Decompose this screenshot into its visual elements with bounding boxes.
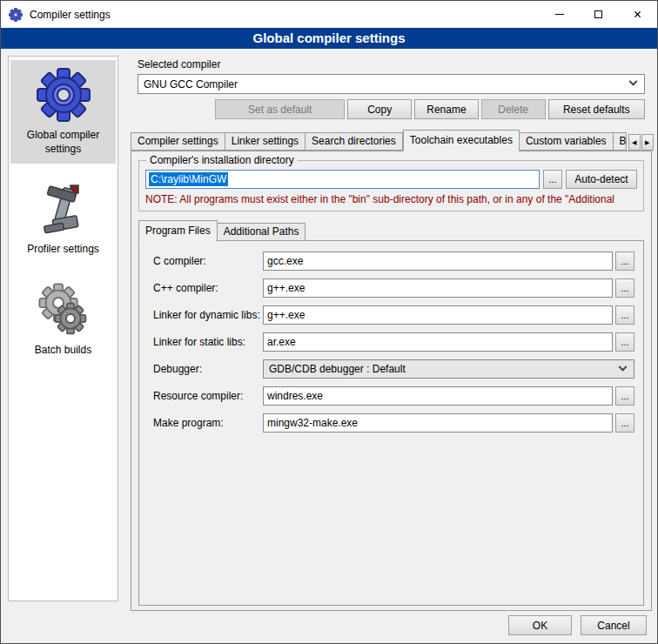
tab-scroll-right-icon[interactable]: ▶	[641, 134, 654, 151]
tab-toolchain-executables[interactable]: Toolchain executables	[403, 130, 520, 151]
field-row: Make program: ...	[153, 413, 634, 433]
page-title: Global compiler settings	[1, 28, 657, 49]
minimize-icon	[555, 14, 564, 15]
toolchain-executables-panel: Compiler's installation directory C:\ray…	[131, 151, 652, 611]
dialog-footer: OK Cancel	[508, 615, 647, 635]
tab-search-directories[interactable]: Search directories	[306, 132, 403, 151]
c-compiler-label: C compiler:	[153, 255, 263, 267]
chevron-down-icon	[629, 77, 638, 86]
sidebar-item-global-compiler-settings[interactable]: Global compiler settings	[10, 60, 116, 164]
installation-note: NOTE: All programs must exist either in …	[145, 193, 637, 205]
tab-linker-settings[interactable]: Linker settings	[225, 132, 306, 151]
dynamic-linker-input[interactable]	[263, 305, 613, 325]
tab-custom-variables[interactable]: Custom variables	[520, 132, 614, 151]
set-as-default-button[interactable]: Set as default	[215, 99, 345, 119]
installation-directory-browse-button[interactable]: ...	[543, 170, 562, 189]
settings-category-sidebar: Global compiler settings Profiler settin…	[8, 56, 118, 601]
dynamic-linker-browse-button[interactable]: ...	[615, 305, 634, 325]
installation-directory-value: C:\raylib\MinGW	[149, 172, 228, 186]
close-icon: ×	[634, 8, 641, 22]
debugger-select[interactable]: GDB/CDB debugger : Default	[263, 359, 634, 379]
make-program-input[interactable]	[263, 413, 613, 433]
delete-button[interactable]: Delete	[481, 99, 546, 119]
static-linker-browse-button[interactable]: ...	[615, 332, 634, 352]
ok-button[interactable]: OK	[508, 615, 572, 635]
field-row: C++ compiler: ...	[153, 278, 634, 298]
cpp-compiler-browse-button[interactable]: ...	[615, 278, 634, 298]
c-compiler-browse-button[interactable]: ...	[615, 252, 634, 271]
reset-defaults-button[interactable]: Reset defaults	[548, 99, 646, 119]
field-row: Linker for dynamic libs: ...	[153, 305, 634, 325]
maximize-button[interactable]	[579, 1, 618, 28]
static-linker-input[interactable]	[263, 332, 613, 352]
copy-button[interactable]: Copy	[347, 99, 412, 119]
dynamic-linker-label: Linker for dynamic libs:	[153, 309, 263, 321]
static-linker-label: Linker for static libs:	[153, 336, 263, 348]
app-icon	[9, 8, 23, 22]
window-title: Compiler settings	[30, 9, 111, 21]
resource-compiler-label: Resource compiler:	[153, 390, 263, 402]
chevron-down-icon	[619, 362, 628, 371]
tab-scroll-arrows: ◀ ▶	[627, 134, 654, 151]
installation-directory-group: Compiler's installation directory C:\ray…	[138, 160, 644, 211]
tab-additional-paths[interactable]: Additional Paths	[218, 223, 306, 241]
installation-directory-row: C:\raylib\MinGW ... Auto-detect	[145, 170, 637, 189]
field-row: C compiler: ...	[153, 252, 634, 271]
make-program-browse-button[interactable]: ...	[615, 413, 634, 433]
window-controls: ×	[540, 1, 657, 28]
tab-build[interactable]: Build	[614, 132, 627, 151]
settings-tab-strip: Compiler settings Linker settings Search…	[131, 130, 652, 151]
tab-program-files[interactable]: Program Files	[138, 220, 218, 242]
selected-compiler-label: Selected compiler	[138, 58, 652, 70]
debugger-label: Debugger:	[153, 363, 263, 375]
compiler-select[interactable]: GNU GCC Compiler	[138, 74, 645, 94]
cancel-button[interactable]: Cancel	[581, 615, 647, 635]
compiler-select-value: GNU GCC Compiler	[144, 78, 238, 91]
tab-compiler-settings[interactable]: Compiler settings	[131, 132, 225, 151]
title-bar: Compiler settings ×	[1, 1, 657, 28]
make-program-label: Make program:	[153, 417, 263, 429]
compiler-settings-dialog: Compiler settings × Global compiler sett…	[0, 0, 658, 644]
sidebar-item-batch-builds[interactable]: Batch builds	[10, 275, 116, 366]
field-row: Debugger: GDB/CDB debugger : Default	[153, 359, 634, 379]
auto-detect-button[interactable]: Auto-detect	[566, 170, 637, 189]
field-row: Resource compiler: ...	[153, 386, 634, 406]
field-row: Linker for static libs: ...	[153, 332, 634, 352]
program-files-tab-strip: Program Files Additional Paths	[138, 220, 651, 241]
installation-directory-title: Compiler's installation directory	[146, 154, 298, 166]
sidebar-item-label: Batch builds	[12, 344, 114, 358]
batch-builds-gears-icon	[36, 282, 91, 338]
debugger-select-value: GDB/CDB debugger : Default	[269, 363, 406, 375]
tab-scroll-left-icon[interactable]: ◀	[628, 134, 641, 151]
resource-compiler-input[interactable]	[263, 386, 613, 406]
compiler-actions: Set as default Copy Rename Delete Reset …	[138, 99, 645, 119]
cpp-compiler-label: C++ compiler:	[153, 282, 263, 294]
sidebar-item-label: Global compiler settings	[12, 129, 114, 156]
main-content: Selected compiler GNU GCC Compiler Set a…	[127, 56, 652, 611]
installation-directory-input[interactable]: C:\raylib\MinGW	[145, 170, 540, 189]
cpp-compiler-input[interactable]	[263, 278, 613, 298]
sidebar-item-label: Profiler settings	[12, 243, 114, 257]
program-files-panel: C compiler: ... C++ compiler: ... Linker…	[138, 240, 644, 606]
maximize-icon	[594, 10, 602, 18]
rename-button[interactable]: Rename	[414, 99, 479, 119]
close-button[interactable]: ×	[618, 1, 657, 28]
sidebar-item-profiler-settings[interactable]: Profiler settings	[10, 174, 116, 265]
c-compiler-input[interactable]	[263, 252, 613, 271]
gear-icon	[36, 67, 91, 123]
resource-compiler-browse-button[interactable]: ...	[615, 386, 634, 406]
minimize-button[interactable]	[540, 1, 579, 28]
profiler-tool-icon	[36, 181, 91, 237]
